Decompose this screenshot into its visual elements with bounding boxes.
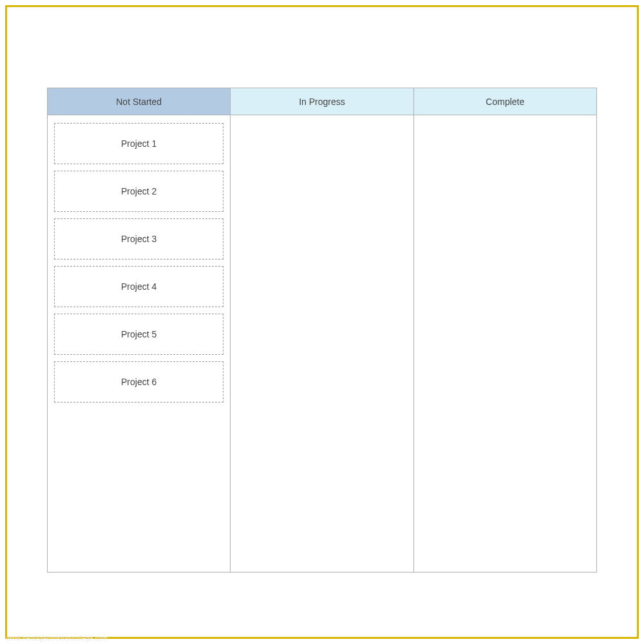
column-body-complete[interactable] bbox=[414, 115, 596, 572]
kanban-board: Not Started Project 1 Project 2 Project … bbox=[47, 88, 597, 573]
column-header-not-started: Not Started bbox=[48, 88, 230, 115]
column-complete[interactable]: Complete bbox=[414, 88, 597, 573]
watermark-text: www.heritagechristiancollege.com bbox=[6, 635, 108, 642]
card-label: Project 2 bbox=[121, 186, 156, 196]
project-card[interactable]: Project 3 bbox=[54, 218, 223, 260]
project-card[interactable]: Project 5 bbox=[54, 314, 223, 355]
column-title: Not Started bbox=[116, 97, 162, 107]
card-label: Project 6 bbox=[121, 377, 156, 387]
column-in-progress[interactable]: In Progress bbox=[231, 88, 413, 573]
column-body-in-progress[interactable] bbox=[231, 115, 413, 572]
project-card[interactable]: Project 1 bbox=[54, 123, 223, 164]
card-label: Project 1 bbox=[121, 138, 156, 149]
column-not-started[interactable]: Not Started Project 1 Project 2 Project … bbox=[47, 88, 231, 573]
project-card[interactable]: Project 6 bbox=[54, 361, 223, 402]
column-title: In Progress bbox=[299, 97, 345, 107]
outer-frame: Not Started Project 1 Project 2 Project … bbox=[5, 5, 639, 639]
project-card[interactable]: Project 4 bbox=[54, 266, 223, 307]
column-title: Complete bbox=[486, 97, 524, 107]
column-header-in-progress: In Progress bbox=[231, 88, 413, 115]
card-label: Project 4 bbox=[121, 281, 156, 292]
card-label: Project 3 bbox=[121, 234, 156, 244]
project-card[interactable]: Project 2 bbox=[54, 171, 223, 212]
column-body-not-started[interactable]: Project 1 Project 2 Project 3 Project 4 … bbox=[48, 115, 230, 572]
column-header-complete: Complete bbox=[414, 88, 596, 115]
card-label: Project 5 bbox=[121, 329, 156, 339]
